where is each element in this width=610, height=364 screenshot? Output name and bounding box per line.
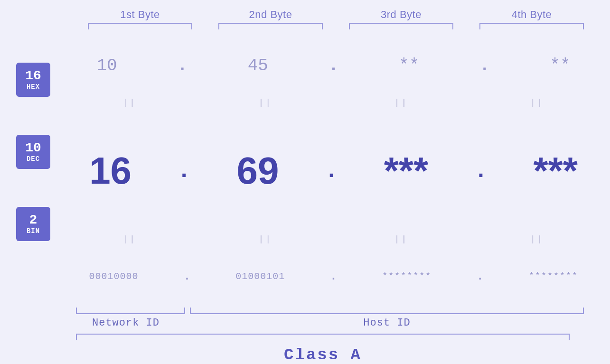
network-bracket bbox=[76, 308, 185, 314]
main-container: 1st Byte 2nd Byte 3rd Byte 4th Byte 16 H… bbox=[0, 0, 610, 364]
bin-val-2: 01000101 bbox=[235, 271, 285, 282]
dec-badge: 10 DEC bbox=[16, 135, 50, 169]
eq-3: || bbox=[334, 98, 469, 107]
hex-val-1: 10 bbox=[96, 56, 117, 75]
byte-label-3: 3rd Byte bbox=[336, 9, 467, 21]
bin-dot-1: . bbox=[184, 270, 190, 283]
host-id-label: Host ID bbox=[190, 317, 584, 329]
hex-badge: 16 HEX bbox=[16, 63, 50, 97]
hex-val-3: ** bbox=[399, 56, 419, 75]
eq-1: || bbox=[62, 98, 197, 107]
bracket-cell-1 bbox=[75, 23, 206, 29]
eq-row-1: || || || || bbox=[62, 98, 605, 107]
bin-val-4: ******** bbox=[528, 271, 578, 282]
hex-val-4: ** bbox=[550, 56, 570, 75]
dec-badge-label: DEC bbox=[27, 155, 40, 163]
byte-labels-row: 1st Byte 2nd Byte 3rd Byte 4th Byte bbox=[75, 9, 597, 21]
hex-dot-2: . bbox=[328, 56, 339, 75]
byte-label-1: 1st Byte bbox=[75, 9, 206, 21]
badges-column: 16 HEX 10 DEC 2 BIN bbox=[0, 34, 62, 308]
dec-dot-3: . bbox=[474, 158, 488, 184]
dec-val-4: *** bbox=[533, 149, 577, 193]
dec-badge-number: 10 bbox=[25, 141, 41, 156]
bracket-cell-4 bbox=[467, 23, 597, 29]
hex-row: 10 . 45 . ** . ** bbox=[62, 34, 605, 97]
eq-2: || bbox=[197, 98, 333, 107]
class-label: Class A bbox=[284, 346, 362, 364]
bin-row: 00010000 . 01000101 . ******** . *******… bbox=[62, 245, 605, 308]
bin-val-1: 00010000 bbox=[89, 271, 139, 282]
network-id-label: Network ID bbox=[62, 317, 190, 329]
dec-dot-1: . bbox=[177, 158, 191, 184]
hex-badge-number: 16 bbox=[25, 69, 41, 84]
bin-val-3: ******** bbox=[382, 271, 432, 282]
class-bracket bbox=[76, 334, 570, 340]
byte-label-4: 4th Byte bbox=[467, 9, 597, 21]
dec-val-2: 69 bbox=[236, 149, 279, 193]
top-bracket-2 bbox=[218, 23, 323, 29]
bracket-cell-2 bbox=[206, 23, 336, 29]
top-bracket-3 bbox=[349, 23, 453, 29]
eq-4: || bbox=[469, 98, 605, 107]
hex-val-2: 45 bbox=[248, 56, 268, 75]
bin-badge-label: BIN bbox=[27, 227, 40, 235]
hex-badge-label: HEX bbox=[27, 83, 40, 91]
eq-8: || bbox=[469, 234, 605, 244]
dec-val-1: 16 bbox=[89, 149, 131, 193]
hex-dot-3: . bbox=[479, 56, 490, 75]
dec-dot-2: . bbox=[325, 158, 338, 184]
dec-val-3: *** bbox=[384, 149, 428, 193]
id-labels-row: Network ID Host ID bbox=[62, 317, 584, 329]
bin-dot-2: . bbox=[330, 270, 337, 283]
eq-5: || bbox=[62, 234, 197, 244]
bin-badge: 2 BIN bbox=[16, 207, 50, 241]
data-section: 10 . 45 . ** . ** || || || || 16 . 69 . bbox=[62, 34, 610, 308]
byte-label-2: 2nd Byte bbox=[206, 9, 336, 21]
host-bracket bbox=[190, 308, 584, 314]
class-label-row: Class A bbox=[76, 346, 570, 364]
bottom-section: Network ID Host ID Class A ipshu.com bbox=[0, 308, 610, 364]
bin-badge-number: 2 bbox=[29, 213, 38, 228]
top-bracket-row bbox=[75, 23, 597, 29]
top-bracket-1 bbox=[88, 23, 192, 29]
bin-dot-3: . bbox=[477, 270, 483, 283]
bottom-brackets bbox=[62, 308, 584, 314]
eq-row-2: || || || || bbox=[62, 234, 605, 244]
dec-row: 16 . 69 . *** . *** bbox=[62, 108, 605, 233]
bracket-cell-3 bbox=[336, 23, 467, 29]
top-bracket-4 bbox=[479, 23, 584, 29]
eq-7: || bbox=[334, 234, 469, 244]
eq-6: || bbox=[197, 234, 333, 244]
hex-dot-1: . bbox=[177, 56, 188, 75]
